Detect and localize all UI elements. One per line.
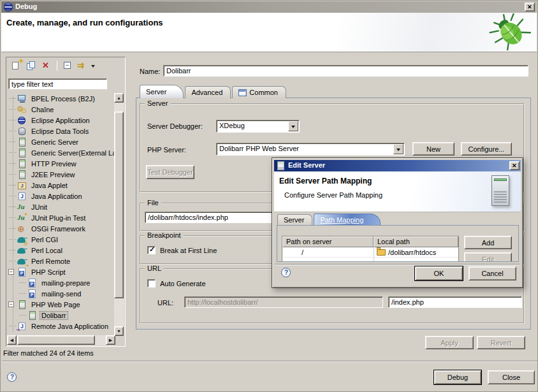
tree-item[interactable]: OSGi Framework (8, 223, 120, 234)
configurations-tree[interactable]: BPEL Process (B2J) Chaîne Eclipse Applic… (8, 93, 120, 336)
tab-path-mapping[interactable]: Path Mapping (314, 214, 381, 225)
tab-advanced[interactable]: Advanced (185, 86, 231, 98)
expand-toggle-icon[interactable] (8, 136, 17, 147)
dialog-close-button[interactable] (509, 161, 520, 170)
dropdown-arrow-icon[interactable] (288, 121, 298, 131)
expand-toggle-icon[interactable] (18, 288, 27, 299)
help-icon[interactable] (7, 372, 17, 382)
tree-item[interactable]: Perl Local (8, 245, 120, 256)
column-header-local-path[interactable]: Local path (374, 236, 458, 247)
tree-item[interactable]: Chaîne (8, 104, 120, 115)
expand-toggle-icon[interactable] (8, 169, 17, 180)
collapse-all-icon[interactable] (61, 60, 75, 71)
test-debugger-button[interactable]: Test Debugger (146, 165, 194, 179)
add-button[interactable]: Add (464, 236, 512, 249)
url-path-input[interactable] (388, 296, 522, 308)
expand-toggle-icon[interactable] (8, 104, 17, 115)
ok-button[interactable]: OK (415, 266, 463, 280)
apply-button[interactable]: Apply (425, 336, 474, 349)
expand-toggle-icon[interactable] (8, 256, 17, 266)
tree-item[interactable]: Perl Remote (8, 256, 120, 266)
tree-item[interactable]: J2EE Preview (8, 169, 120, 180)
tree-item[interactable]: Perl CGI (8, 234, 120, 245)
tree-item[interactable]: Remote Java Application (8, 321, 120, 331)
tab-server-settings[interactable]: Server (277, 214, 312, 225)
path-mapping-table[interactable]: Path on server Local path / /dolibarr/ht… (282, 236, 459, 262)
dialog-help-icon[interactable] (281, 268, 291, 277)
expand-toggle-icon[interactable] (8, 191, 17, 201)
dialog-titlebar[interactable]: Edit Server (274, 160, 521, 171)
close-button[interactable]: Close (488, 370, 535, 384)
local-path-text: /dolibarr/htdocs (388, 249, 436, 256)
tree-item[interactable]: JUnit Plug-in Test (8, 212, 120, 223)
tree-item[interactable]: BPEL Process (B2J) (8, 93, 120, 104)
expand-toggle-icon[interactable] (18, 310, 27, 321)
tree-item[interactable]: Generic Server (8, 136, 120, 147)
expand-toggle-icon[interactable] (8, 299, 17, 310)
server-debugger-select[interactable]: XDebug (216, 120, 300, 133)
expand-toggle-icon[interactable] (8, 180, 17, 191)
debug-configurations-window: Debug Create, manage, and run configurat… (0, 0, 538, 392)
window-close-button[interactable] (525, 3, 535, 11)
tab-server[interactable]: Server (140, 85, 184, 98)
table-row[interactable]: / /dolibarr/htdocs (282, 247, 458, 258)
cell-path-on-server: / (282, 247, 374, 257)
new-configuration-icon[interactable] (10, 60, 24, 71)
expand-toggle-icon[interactable] (8, 234, 17, 245)
column-header-path-on-server[interactable]: Path on server (282, 236, 374, 247)
tree-item[interactable]: PHP Script (8, 266, 120, 277)
break-at-first-line-checkbox[interactable] (147, 246, 156, 254)
tab-advanced-label: Advanced (191, 89, 222, 96)
expand-toggle-icon[interactable] (8, 158, 17, 169)
tree-item[interactable]: Eclipse Data Tools (8, 126, 120, 136)
cancel-button[interactable]: Cancel (469, 266, 516, 280)
name-input[interactable] (163, 65, 528, 76)
php-server-select[interactable]: Dolibarr PHP Web Server (216, 143, 405, 156)
scroll-down-icon[interactable] (114, 326, 124, 336)
filter-icon[interactable] (76, 60, 89, 71)
tree-item[interactable]: Generic Server(External La (8, 147, 120, 158)
debug-button[interactable]: Debug (434, 370, 481, 384)
tree-item[interactable]: Java Applet (8, 180, 120, 191)
tree-item[interactable]: mailing-prepare (8, 277, 120, 288)
type-filter-input[interactable] (8, 78, 107, 89)
expand-toggle-icon[interactable] (8, 126, 17, 136)
expand-toggle-icon[interactable] (8, 115, 17, 126)
tree-item[interactable]: HTTP Preview (8, 158, 120, 169)
expand-toggle-icon[interactable] (8, 201, 17, 212)
filter-menu-arrow-icon[interactable] (91, 60, 96, 71)
scroll-up-icon[interactable] (114, 93, 124, 103)
edit-button[interactable]: Edit (464, 252, 512, 262)
expand-toggle-icon[interactable] (8, 321, 17, 331)
auto-generate-checkbox[interactable] (147, 279, 156, 287)
tree-item[interactable]: JUnit (8, 201, 120, 212)
tree-item[interactable]: Java Application (8, 191, 120, 201)
scroll-right-icon[interactable] (106, 335, 115, 345)
expand-toggle-icon[interactable] (8, 223, 17, 234)
tree-item[interactable]: mailing-send (8, 288, 120, 299)
configure-button[interactable]: Configure... (461, 142, 512, 156)
tree-item[interactable]: PHP Web Page (8, 299, 120, 310)
tab-common[interactable]: Common (232, 86, 286, 98)
expand-toggle-icon[interactable] (8, 266, 17, 277)
server-graphic (491, 175, 509, 206)
tree-horizontal-scrollbar[interactable] (7, 335, 115, 345)
expand-toggle-icon[interactable] (8, 245, 17, 256)
window-titlebar[interactable]: Debug (1, 1, 537, 13)
vertical-scrollbar-thumb[interactable] (114, 112, 124, 298)
expand-toggle-icon[interactable] (8, 147, 17, 158)
delete-configuration-icon[interactable] (40, 60, 53, 71)
horizontal-scrollbar-thumb[interactable] (17, 335, 95, 345)
expand-toggle-icon[interactable] (8, 212, 17, 223)
tree-item[interactable]: Dolibarr (8, 310, 120, 321)
new-server-button[interactable]: New (412, 142, 454, 156)
tree-vertical-scrollbar[interactable] (114, 93, 124, 336)
dropdown-arrow-icon[interactable] (393, 144, 404, 154)
expand-toggle-icon[interactable] (18, 277, 27, 288)
tree-item[interactable]: Eclipse Application (8, 115, 120, 126)
tree-item-label: OSGi Framework (30, 225, 87, 233)
revert-button[interactable]: Revert (477, 336, 525, 349)
expand-toggle-icon[interactable] (8, 93, 17, 104)
duplicate-configuration-icon[interactable] (25, 60, 38, 71)
scroll-left-icon[interactable] (7, 335, 17, 345)
